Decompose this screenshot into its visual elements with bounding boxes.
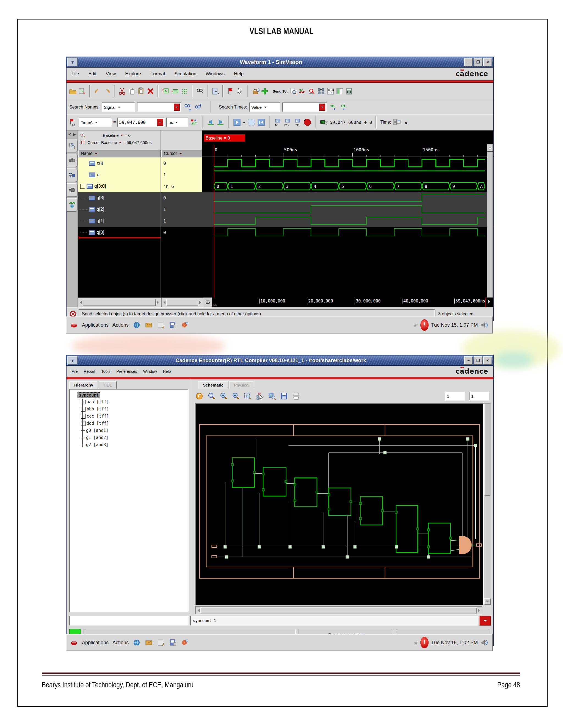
zoom-fit-icon[interactable] — [207, 392, 215, 400]
search-times-input[interactable] — [282, 102, 327, 112]
applications-menu[interactable]: Applications — [82, 640, 109, 646]
tab-waveform-help[interactable]: ? — [66, 198, 77, 212]
save-icon[interactable] — [280, 392, 288, 400]
tab-design-browser[interactable] — [66, 139, 77, 152]
add-icon[interactable] — [260, 87, 269, 95]
send-watch-icon[interactable] — [180, 87, 188, 95]
rtl-titlebar[interactable]: ▼ Cadence Encounter(R) RTL Compiler v08.… — [66, 355, 493, 366]
search-names-input[interactable] — [137, 102, 181, 112]
tab-connectivity[interactable] — [66, 183, 77, 197]
instance-path-field[interactable]: syncount 1 — [190, 616, 478, 626]
sheet-number-field[interactable]: 1 — [445, 392, 465, 401]
menu-item-report[interactable]: Report — [84, 369, 95, 374]
window-menu-button[interactable]: ▼ — [67, 356, 78, 365]
run-button[interactable] — [233, 118, 241, 126]
redhat-menu-icon[interactable] — [70, 321, 78, 329]
search-time-next-icon[interactable] — [329, 103, 337, 111]
alert-notification-icon[interactable] — [420, 637, 429, 648]
overview-cursor-markers[interactable]: △△ — [213, 303, 216, 307]
send-to-waveform-icon[interactable] — [298, 87, 307, 95]
send-to-schematic-icon[interactable] — [317, 87, 325, 95]
send-to-register-icon[interactable]: 1010101 1 — [326, 87, 335, 95]
send-waveform-icon[interactable] — [162, 87, 170, 95]
tree-item[interactable]: g2 [and3] — [81, 441, 188, 448]
cursor-flag-icon[interactable]: x2 — [69, 118, 77, 126]
menu-item-explore[interactable]: Explore — [125, 71, 141, 77]
search-names-dropdown[interactable] — [174, 104, 180, 111]
simvision-titlebar[interactable]: ▼ Waveform 1 - SimVision − ❐ × — [66, 57, 493, 68]
actions-menu[interactable]: Actions — [112, 322, 129, 328]
hierarchy-tree[interactable]: syncount +aaa [tff]+bbb [tff]+ccc [tff]+… — [69, 389, 188, 612]
menu-item-help[interactable]: Help — [163, 369, 171, 374]
txe-mode-icon[interactable]: TxE — [211, 87, 219, 95]
search-names-selector[interactable]: Signal — [102, 102, 135, 112]
undo-icon[interactable] — [93, 87, 102, 95]
expand-icon[interactable]: + — [81, 414, 85, 419]
reset-to-start-icon[interactable] — [257, 118, 265, 126]
search-times-dropdown[interactable] — [319, 104, 325, 111]
signal-row-q[3:0][interactable]: −q[3:0] — [78, 180, 160, 192]
time-cursor-selector[interactable]: TimeA — [79, 118, 112, 127]
tab-signals[interactable] — [66, 168, 77, 182]
name-column-header[interactable]: Name — [78, 150, 160, 157]
signal-row-cnt[interactable]: cnt — [78, 157, 160, 169]
signal-row-e[interactable]: e — [78, 169, 160, 180]
save-waveform-icon[interactable] — [78, 87, 86, 95]
screen-launcher-icon[interactable] — [169, 638, 177, 647]
delete-icon[interactable] — [146, 87, 154, 95]
tree-item[interactable]: +bbb [tff] — [81, 405, 188, 413]
workspace-basket-icon[interactable] — [251, 87, 259, 95]
time-value-input[interactable]: 59,047,600 — [117, 118, 165, 127]
search-icon[interactable] — [196, 87, 204, 95]
cut-icon[interactable] — [118, 87, 126, 95]
menu-item-view[interactable]: View — [106, 71, 116, 77]
schematic-hscrollbar[interactable] — [195, 606, 482, 615]
names-scrollbar[interactable] — [77, 298, 161, 307]
notes-launcher-icon[interactable] — [157, 638, 165, 647]
search-times-selector[interactable]: Value — [249, 102, 280, 112]
menu-item-windows[interactable]: Windows — [206, 71, 224, 77]
select-cursor-icon[interactable] — [236, 87, 244, 95]
close-button[interactable]: × — [483, 356, 492, 365]
navigate-hierarchy-icon[interactable] — [256, 392, 264, 400]
window-menu-button[interactable]: ▼ — [67, 58, 78, 66]
time-value-dropdown[interactable] — [157, 119, 163, 126]
time-unit-selector[interactable]: ns — [166, 118, 188, 127]
maximize-button[interactable]: ❐ — [474, 58, 483, 66]
zoom-out-icon[interactable] — [231, 392, 240, 400]
tab-hierarchy[interactable] — [66, 154, 77, 167]
alert-notification-icon[interactable] — [420, 319, 429, 331]
menu-item-file[interactable]: File — [71, 369, 78, 374]
goto-time-icon[interactable] — [190, 118, 198, 126]
browser-launcher-icon[interactable] — [132, 638, 141, 647]
side-by-side-icon[interactable] — [336, 87, 344, 95]
run-to-cursor-icon[interactable] — [293, 118, 302, 126]
calculator-icon[interactable] — [345, 87, 353, 95]
prev-edge-icon[interactable] — [206, 118, 215, 126]
email-launcher-icon[interactable] — [145, 321, 153, 329]
menu-item-preferences[interactable]: Preferences — [116, 369, 137, 374]
tree-root[interactable]: syncount — [77, 392, 100, 398]
values-scrollbar[interactable] — [161, 298, 203, 307]
paste-icon[interactable] — [137, 87, 145, 95]
applications-menu[interactable]: Applications — [82, 322, 109, 328]
schematic-canvas[interactable] — [195, 403, 484, 605]
monitor-launcher-icon[interactable] — [181, 321, 189, 329]
sheet-total-field[interactable]: 1 — [469, 392, 489, 401]
schematic-vscrollbar[interactable] — [484, 403, 491, 605]
redhat-menu-icon[interactable] — [70, 638, 78, 647]
cursor-column-header[interactable]: Cursor — [161, 150, 202, 157]
email-launcher-icon[interactable] — [145, 638, 153, 647]
next-edge-icon[interactable] — [216, 118, 224, 126]
signal-row-q[3][interactable]: ·····q[3] — [78, 192, 160, 204]
tab-schematic[interactable]: Schematic — [198, 381, 228, 389]
step-into-icon[interactable] — [273, 118, 282, 126]
notes-launcher-icon[interactable] — [157, 321, 165, 329]
actions-menu[interactable]: Actions — [112, 640, 129, 646]
signal-row-q[1][interactable]: ·····q[1] — [78, 215, 160, 227]
detach-pane-icon[interactable]: ▶ — [73, 132, 76, 137]
menu-item-window[interactable]: Window — [143, 369, 157, 374]
filter-view-icon[interactable] — [268, 392, 276, 400]
expand-icon[interactable]: + — [81, 421, 85, 426]
send-to-browser-icon[interactable] — [289, 87, 297, 95]
